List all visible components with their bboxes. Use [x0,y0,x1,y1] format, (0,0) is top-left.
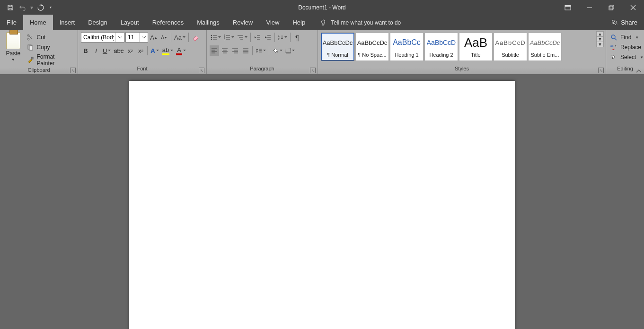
chevron-down-icon[interactable] [115,33,124,42]
clipboard-dialog-launcher[interactable]: ⤡ [70,68,76,73]
sort-button[interactable]: AZ [277,32,288,43]
style-title[interactable]: AaBTitle [459,33,493,61]
tab-review[interactable]: Review [226,15,260,30]
tab-references[interactable]: References [146,15,190,30]
style-name-label: Subtitle [494,51,527,59]
font-color-button[interactable]: A [175,45,187,56]
style--normal[interactable]: AaBbCcDc¶ Normal [321,33,354,61]
maximize-icon[interactable] [600,0,622,15]
strikethrough-button[interactable]: abc [113,45,124,56]
align-left-button[interactable] [210,45,219,56]
tab-design[interactable]: Design [81,15,114,30]
font-name-combo[interactable] [81,32,124,43]
scissors-icon [26,34,34,41]
cut-button[interactable]: Cut [26,33,75,42]
window-controls [557,0,644,15]
find-button[interactable]: Find ▼ [610,33,644,42]
justify-button[interactable] [241,45,250,56]
tab-file[interactable]: File [0,15,23,30]
format-painter-button[interactable]: Format Painter [26,53,75,67]
borders-button[interactable] [284,45,296,56]
tell-me[interactable]: Tell me what you want to do [312,15,401,30]
svg-line-56 [615,38,617,40]
show-hide-button[interactable]: ¶ [292,32,302,43]
increase-indent-button[interactable] [263,32,273,43]
save-icon[interactable] [5,2,16,13]
collapse-ribbon-icon[interactable] [635,69,642,74]
styles-more-button[interactable]: ▼ [597,42,603,47]
group-font: A▲ A▼ Aa B I U abc x2 [78,30,207,74]
redo-icon[interactable] [35,2,46,13]
line-spacing-button[interactable] [255,45,267,56]
paste-button[interactable]: Paste ▼ [3,32,24,62]
align-right-button[interactable] [230,45,240,56]
paste-label: Paste [6,50,20,57]
tab-layout[interactable]: Layout [114,15,146,30]
svg-rect-4 [610,5,614,9]
share-button[interactable]: Share [604,15,644,30]
qat-customize-icon[interactable]: ▾ [47,5,54,9]
group-label-styles: Styles [318,66,606,74]
close-icon[interactable] [622,0,644,15]
style--no-spac-[interactable]: AaBbCcDc¶ No Spac... [355,33,389,61]
document-area[interactable] [0,74,644,329]
group-clipboard: Paste ▼ Cut Copy [0,30,78,74]
line-spacing-icon [256,48,262,53]
tab-view[interactable]: View [259,15,286,30]
text-effects-button[interactable]: A [150,45,159,56]
paragraph-dialog-launcher[interactable]: ⤡ [310,68,316,73]
font-name-input[interactable] [81,33,115,42]
style-subtitle[interactable]: AaBbCcDSubtitle [494,33,527,61]
change-case-button[interactable]: Aa [173,32,186,43]
highlight-button[interactable]: ab [161,45,174,56]
bold-button[interactable]: B [81,45,90,56]
paint-bucket-icon [272,48,279,53]
style-heading-2[interactable]: AaBbCcDHeading 2 [424,33,458,61]
superscript-button[interactable]: x2 [136,45,145,56]
italic-button[interactable]: I [91,45,101,56]
chevron-down-icon[interactable] [139,33,148,42]
tab-help[interactable]: Help [286,15,312,30]
document-page[interactable] [129,81,515,329]
undo-dropdown-icon[interactable]: ▾ [29,2,34,13]
undo-icon[interactable] [17,2,28,13]
align-right-icon [232,48,238,53]
group-styles: AaBbCcDc¶ NormalAaBbCcDc¶ No Spac...AaBb… [318,30,606,74]
style-heading-1[interactable]: AaBbCcHeading 1 [390,33,423,61]
search-icon [610,34,618,41]
bullets-button[interactable] [210,32,222,43]
sort-icon: AZ [278,35,283,40]
find-label: Find [620,34,631,41]
align-center-button[interactable] [220,45,229,56]
group-editing: Find ▼ abac Replace Select ▼ Editing [606,30,644,74]
font-size-input[interactable] [126,33,139,42]
tab-home[interactable]: Home [23,15,53,30]
select-button[interactable]: Select ▼ [610,53,644,61]
shading-button[interactable] [271,45,283,56]
style-name-label: Subtle Em... [529,51,561,59]
style-subtle-em-[interactable]: AaBbCcDcSubtle Em... [528,33,562,61]
underline-button[interactable]: U [102,45,112,56]
styles-dialog-launcher[interactable]: ⤡ [598,68,604,73]
ribbon-display-options-icon[interactable] [557,0,579,15]
justify-icon [242,48,249,53]
shrink-font-button[interactable]: A▼ [159,32,169,43]
numbering-button[interactable]: 123 [223,32,235,43]
multilevel-list-button[interactable] [236,32,248,43]
tab-mailings[interactable]: Mailings [190,15,226,30]
styles-scroll-down[interactable]: ▼ [597,37,603,42]
copy-button[interactable]: Copy [26,43,75,52]
clear-formatting-button[interactable] [191,32,200,43]
share-label: Share [621,19,637,26]
styles-scroll-up[interactable]: ▲ [597,32,603,37]
svg-point-13 [211,37,212,38]
replace-button[interactable]: abac Replace [610,43,644,52]
subscript-button[interactable]: x2 [125,45,135,56]
tab-insert[interactable]: Insert [53,15,82,30]
minimize-icon[interactable] [579,0,600,15]
grow-font-button[interactable]: A▲ [149,32,159,43]
decrease-indent-button[interactable] [253,32,262,43]
font-dialog-launcher[interactable]: ⤡ [199,68,204,73]
svg-rect-10 [31,57,33,59]
font-size-combo[interactable] [125,32,148,43]
